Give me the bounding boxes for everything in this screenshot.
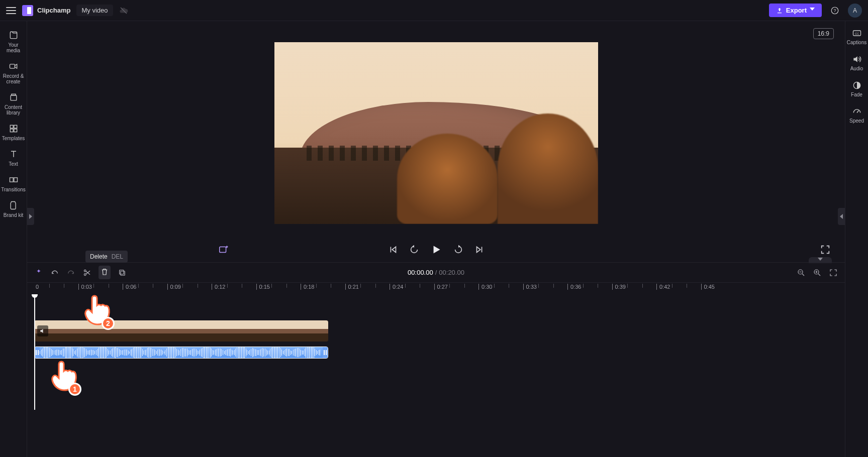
export-label: Export xyxy=(786,7,807,14)
ruler-minor-tick xyxy=(227,284,228,288)
sidebar-item-transitions[interactable]: Transitions xyxy=(0,172,27,197)
preview-stage: 16:9 xyxy=(27,21,845,262)
ruler-tick xyxy=(701,284,702,290)
sidebar-item-your-media[interactable]: Your media xyxy=(0,27,27,58)
sidebar-item-fade[interactable]: Fade xyxy=(845,80,869,97)
sidebar-label: Text xyxy=(1,161,26,167)
split-scissors-icon[interactable] xyxy=(82,268,91,277)
svg-rect-11 xyxy=(14,178,17,182)
ruler-tick xyxy=(567,284,568,290)
library-icon xyxy=(9,92,19,102)
transitions-icon xyxy=(9,175,19,185)
zoom-in-icon[interactable] xyxy=(813,268,822,277)
ruler-minor-tick xyxy=(331,284,331,288)
ruler-minor-tick xyxy=(672,284,672,288)
left-sidebar: Your media Record & create Content libra… xyxy=(0,21,27,457)
media-icon xyxy=(9,30,19,40)
audio-clip-selected[interactable] xyxy=(34,347,328,359)
ruler-label: 0:36 xyxy=(569,284,581,290)
sidebar-label: Your media xyxy=(1,42,26,53)
playback-controls xyxy=(27,242,845,257)
ruler-label: 0:18 xyxy=(302,284,314,290)
sidebar-label: Content library xyxy=(1,104,26,116)
current-time: 00:00.00 xyxy=(408,269,433,276)
total-duration: 00:20.00 xyxy=(439,269,464,276)
ruler-minor-tick xyxy=(538,284,539,288)
menu-button[interactable] xyxy=(6,7,16,14)
project-title[interactable]: My video xyxy=(76,5,113,16)
sidebar-label: Transitions xyxy=(1,187,26,192)
ruler-minor-tick xyxy=(286,284,287,288)
play-icon[interactable] xyxy=(430,243,443,256)
speed-icon xyxy=(852,106,862,117)
ruler-tick xyxy=(390,284,390,290)
sidebar-item-brand-kit[interactable]: Brand kit xyxy=(0,197,27,223)
ruler-minor-tick xyxy=(420,284,420,288)
account-avatar[interactable]: A xyxy=(848,4,862,18)
ruler-minor-tick xyxy=(271,284,272,288)
ruler-label: 0:06 xyxy=(124,284,136,290)
sidebar-item-templates[interactable]: Templates xyxy=(0,121,27,146)
ruler-tick xyxy=(434,284,435,290)
timecode-display: 00:00.00 / 00:20.00 xyxy=(408,269,464,276)
timeline-tracks[interactable]: 2 1 xyxy=(27,294,845,410)
brandkit-icon xyxy=(9,200,19,210)
timeline-ruler[interactable]: 00:030:060:090:120:150:180:210:240:270:3… xyxy=(27,282,845,294)
ruler-zero-label: 0 xyxy=(34,284,39,290)
svg-rect-9 xyxy=(14,129,17,132)
skip-start-icon[interactable] xyxy=(388,244,399,255)
skip-end-icon[interactable] xyxy=(474,244,485,255)
sidebar-item-captions[interactable]: CC Captions xyxy=(845,28,869,45)
playhead[interactable] xyxy=(34,294,35,410)
undo-icon[interactable] xyxy=(50,268,59,277)
duplicate-icon[interactable] xyxy=(118,268,127,277)
ruler-minor-tick xyxy=(553,284,554,288)
svg-rect-16 xyxy=(120,270,124,274)
ruler-label: 0:30 xyxy=(480,284,492,290)
clip-trim-start-handle[interactable] xyxy=(35,347,40,358)
aspect-ratio-button[interactable]: 16:9 xyxy=(813,28,834,39)
svg-rect-5 xyxy=(11,94,15,95)
svg-rect-12 xyxy=(220,247,226,253)
ruler-label: 0:21 xyxy=(347,284,359,290)
svg-rect-3 xyxy=(10,64,15,68)
sidebar-item-speed[interactable]: Speed xyxy=(845,106,869,124)
sidebar-item-text[interactable]: Text xyxy=(0,146,27,172)
zoom-fit-icon[interactable] xyxy=(829,268,838,277)
sidebar-label: Audio xyxy=(845,66,869,71)
redo-icon[interactable] xyxy=(66,268,75,277)
delete-trash-icon[interactable] xyxy=(100,267,109,276)
upload-icon xyxy=(776,7,783,14)
text-icon xyxy=(9,149,19,159)
sidebar-item-record-create[interactable]: Record & create xyxy=(0,58,27,89)
ruler-label: 0:15 xyxy=(258,284,270,290)
forward-5-icon[interactable] xyxy=(453,244,464,255)
video-preview[interactable] xyxy=(274,42,598,224)
annotation-hand-step1: 1 xyxy=(48,359,80,395)
ruler-label: 0:09 xyxy=(169,284,181,290)
video-clip[interactable] xyxy=(34,320,328,341)
help-button[interactable]: ? xyxy=(828,4,842,18)
rewind-5-icon[interactable] xyxy=(409,244,420,255)
fullscreen-icon[interactable] xyxy=(820,244,831,255)
ai-tool-icon[interactable] xyxy=(34,268,43,277)
zoom-out-icon[interactable] xyxy=(797,268,806,277)
ruler-minor-tick xyxy=(642,284,643,288)
sidebar-item-content-library[interactable]: Content library xyxy=(0,89,27,121)
delete-tooltip: Delete DEL xyxy=(85,251,128,263)
sidebar-item-audio[interactable]: Audio xyxy=(845,54,869,71)
ruler-minor-tick xyxy=(583,284,584,288)
ruler-tick xyxy=(167,284,168,290)
ruler-minor-tick xyxy=(627,284,628,288)
ruler-tick xyxy=(345,284,346,290)
clip-mute-icon[interactable] xyxy=(37,325,48,336)
sidebar-label: Fade xyxy=(845,92,869,97)
ruler-tick xyxy=(256,284,257,290)
clip-trim-end-handle[interactable] xyxy=(323,347,328,358)
export-button[interactable]: Export xyxy=(769,4,822,17)
right-panel-expand-button[interactable] xyxy=(838,208,845,225)
templates-icon xyxy=(9,124,19,134)
ruler-label: 0:03 xyxy=(80,284,92,290)
ruler-label: 0:12 xyxy=(213,284,225,290)
ai-sparkle-icon[interactable] xyxy=(218,244,229,255)
